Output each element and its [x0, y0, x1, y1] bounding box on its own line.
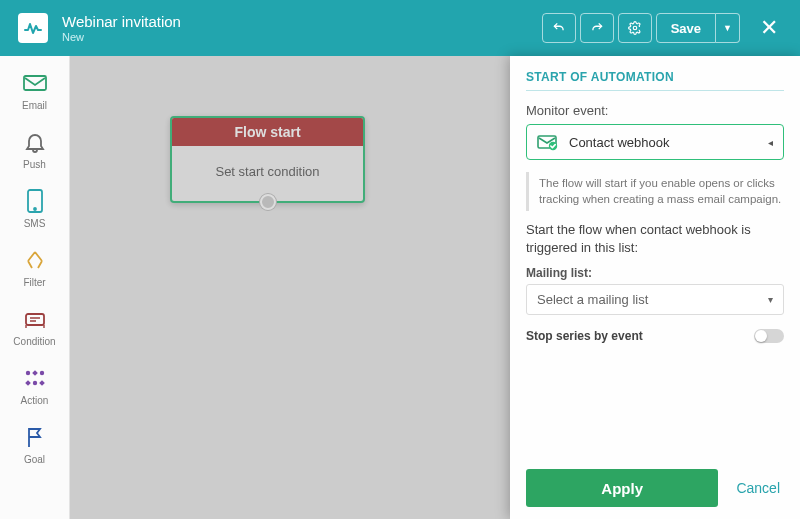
page-subtitle: New	[62, 31, 181, 43]
svg-rect-6	[32, 370, 38, 376]
flow-start-description: Start the flow when contact webhook is t…	[526, 221, 784, 256]
push-icon	[20, 129, 50, 155]
close-icon: ✕	[760, 15, 778, 40]
svg-point-9	[32, 381, 36, 385]
sidebar-item-label: Action	[21, 395, 49, 406]
cancel-button[interactable]: Cancel	[732, 480, 784, 496]
svg-rect-4	[26, 314, 44, 325]
chevron-left-icon: ◂	[768, 137, 773, 148]
monitor-event-value: Contact webhook	[569, 135, 669, 150]
sidebar-item-sms[interactable]: SMS	[0, 178, 69, 237]
save-dropdown-button[interactable]: ▼	[716, 13, 740, 43]
sidebar-item-label: SMS	[24, 218, 46, 229]
header-titles: Webinar invitation New	[62, 13, 181, 43]
sidebar-item-label: Filter	[23, 277, 45, 288]
sidebar-item-label: Email	[22, 100, 47, 111]
sidebar-item-filter[interactable]: Filter	[0, 237, 69, 296]
apply-button[interactable]: Apply	[526, 469, 718, 507]
panel-footer: Apply Cancel	[526, 469, 784, 507]
stop-series-row: Stop series by event	[526, 329, 784, 343]
svg-point-7	[39, 371, 43, 375]
sidebar-item-action[interactable]: Action	[0, 355, 69, 414]
monitor-event-label: Monitor event:	[526, 103, 784, 118]
sidebar-item-condition[interactable]: Condition	[0, 296, 69, 355]
sidebar-item-label: Push	[23, 159, 46, 170]
settings-button[interactable]	[618, 13, 652, 43]
sidebar-item-push[interactable]: Push	[0, 119, 69, 178]
chevron-down-icon: ▼	[723, 23, 732, 33]
chevron-down-icon: ▾	[768, 294, 773, 305]
gear-icon	[628, 21, 642, 35]
svg-rect-10	[39, 380, 45, 386]
undo-button[interactable]	[542, 13, 576, 43]
app-header: Webinar invitation New Save ▼ ✕	[0, 0, 800, 56]
goal-icon	[20, 424, 50, 450]
mailing-list-placeholder: Select a mailing list	[537, 292, 648, 307]
page-title: Webinar invitation	[62, 13, 181, 31]
close-button[interactable]: ✕	[756, 15, 782, 41]
sidebar-item-label: Goal	[24, 454, 45, 465]
svg-point-0	[633, 26, 637, 30]
condition-icon	[20, 306, 50, 332]
panel-title: START OF AUTOMATION	[526, 70, 784, 91]
email-icon	[20, 70, 50, 96]
redo-icon	[590, 21, 604, 35]
sidebar-item-email[interactable]: Email	[0, 60, 69, 119]
start-automation-panel: START OF AUTOMATION Monitor event: Conta…	[510, 56, 800, 519]
tool-sidebar: Email Push SMS Filter Condition	[0, 56, 70, 519]
action-icon	[20, 365, 50, 391]
svg-point-3	[34, 208, 36, 210]
app-logo	[18, 13, 48, 43]
redo-button[interactable]	[580, 13, 614, 43]
save-button[interactable]: Save	[656, 13, 716, 43]
svg-rect-1	[24, 76, 46, 90]
svg-rect-8	[25, 380, 31, 386]
sms-icon	[20, 188, 50, 214]
stop-series-toggle[interactable]	[754, 329, 784, 343]
undo-icon	[552, 21, 566, 35]
monitor-event-select[interactable]: Contact webhook ◂	[526, 124, 784, 160]
sidebar-item-goal[interactable]: Goal	[0, 414, 69, 473]
sidebar-item-label: Condition	[13, 336, 55, 347]
svg-point-5	[25, 371, 29, 375]
mailing-list-label: Mailing list:	[526, 266, 784, 280]
tracking-hint: The flow will start if you enable opens …	[526, 172, 784, 211]
mailing-list-select[interactable]: Select a mailing list ▾	[526, 284, 784, 315]
filter-icon	[20, 247, 50, 273]
stop-series-label: Stop series by event	[526, 329, 643, 343]
webhook-icon	[537, 133, 559, 151]
